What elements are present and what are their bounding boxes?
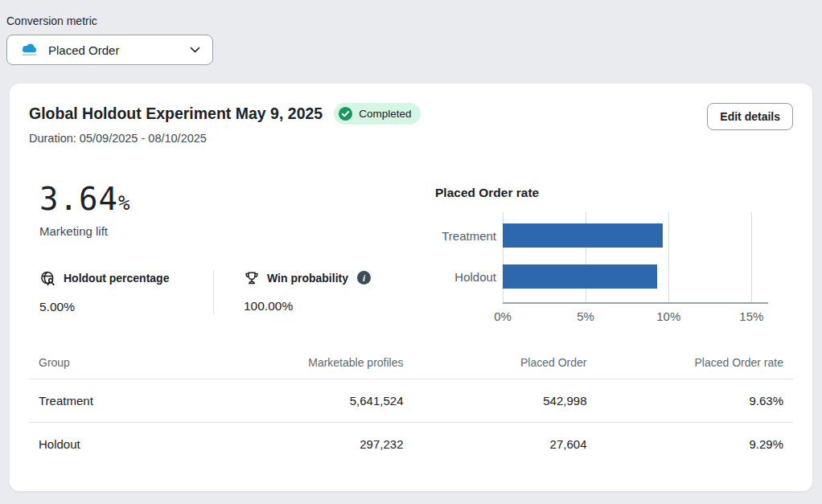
table-cell: 5,641,524 [197, 379, 404, 423]
chart-bar-holdout [503, 264, 657, 289]
header-left: Global Holdout Experiment May 9, 2025 Co… [29, 103, 421, 145]
holdout-percentage-head: Holdout percentage [39, 270, 213, 287]
holdout-percentage-label: Holdout percentage [64, 272, 169, 285]
win-probability-stat: Win probability i 100.00% [244, 270, 371, 314]
table-cell: 542,998 [404, 379, 587, 423]
trophy-icon [244, 270, 260, 286]
results-table-body: Treatment5,641,524542,9989.63%Holdout297… [29, 379, 793, 466]
table-cell: 9.63% [587, 379, 794, 423]
chart-bars [503, 212, 768, 304]
win-probability-head: Win probability i [244, 270, 371, 286]
chart-section: Placed Order rate TreatmentHoldout 0%5%1… [431, 182, 793, 326]
chart-plot [503, 212, 768, 304]
chart-plot-wrap: 0%5%10%15% [503, 212, 768, 326]
chart-category-label-treatment: Treatment [435, 223, 503, 248]
info-icon[interactable]: i [357, 271, 371, 285]
conversion-metric-dropdown[interactable]: Placed Order [6, 35, 213, 65]
win-probability-value: 100.00% [244, 299, 371, 313]
stats-divider [213, 270, 214, 314]
experiment-duration: Duration: 05/09/2025 - 08/10/2025 [29, 132, 421, 145]
table-header: Marketable profiles [197, 356, 404, 379]
marketing-lift-label: Marketing lift [39, 224, 431, 238]
table-cell: 297,232 [197, 423, 404, 466]
table-cell: Treatment [29, 379, 197, 423]
chevron-down-icon [190, 47, 200, 53]
commerce-cloud-icon [20, 43, 39, 57]
conversion-metric-label: Conversion metric [6, 14, 816, 27]
win-probability-label: Win probability [267, 272, 348, 285]
globe-person-icon [39, 270, 56, 287]
results-table-section: GroupMarketable profilesPlaced OrderPlac… [29, 356, 793, 465]
card-header: Global Holdout Experiment May 9, 2025 Co… [29, 103, 793, 145]
table-header: Placed Order rate [587, 356, 794, 379]
chart-tick-label: 0% [494, 309, 512, 323]
check-circle-icon [338, 106, 353, 121]
chart-tick-label: 15% [739, 309, 763, 323]
table-row: Holdout297,23227,6049.29% [29, 423, 793, 466]
metrics-column: 3.64 % Marketing lift [29, 182, 431, 326]
status-badge-label: Completed [359, 108, 411, 120]
table-header: Placed Order [404, 356, 587, 379]
conversion-metric-section: Conversion metric Placed Order [0, 0, 822, 65]
stats-row: Holdout percentage 5.00% [39, 270, 431, 314]
chart-title: Placed Order rate [435, 186, 793, 200]
table-cell: 27,604 [404, 423, 587, 466]
marketing-lift-value: 3.64 % [39, 182, 431, 218]
table-header: Group [29, 356, 197, 379]
bar-chart: TreatmentHoldout 0%5%10%15% [435, 212, 793, 326]
chart-ticks: 0%5%10%15% [503, 309, 768, 326]
summary-row: 3.64 % Marketing lift [29, 182, 793, 326]
conversion-metric-selected: Placed Order [48, 43, 119, 57]
table-cell: 9.29% [587, 423, 794, 466]
results-table: GroupMarketable profilesPlaced OrderPlac… [29, 356, 793, 465]
status-badge: Completed [334, 103, 421, 125]
marketing-lift-number: 3.64 [39, 182, 118, 218]
chart-tick-label: 10% [656, 309, 680, 323]
title-row: Global Holdout Experiment May 9, 2025 Co… [29, 103, 421, 125]
results-table-head-row: GroupMarketable profilesPlaced OrderPlac… [29, 356, 793, 379]
experiment-card: Global Holdout Experiment May 9, 2025 Co… [10, 84, 812, 491]
marketing-lift-unit: % [118, 192, 129, 215]
chart-bar-treatment [503, 223, 663, 248]
chart-category-label-holdout: Holdout [435, 264, 503, 289]
table-cell: Holdout [29, 423, 197, 466]
chart-labels: TreatmentHoldout [435, 212, 503, 326]
table-row: Treatment5,641,524542,9989.63% [29, 379, 793, 423]
experiment-title: Global Holdout Experiment May 9, 2025 [29, 104, 323, 123]
holdout-percentage-value: 5.00% [39, 300, 213, 314]
edit-details-button[interactable]: Edit details [707, 103, 793, 130]
chart-tick-label: 5% [577, 309, 594, 323]
holdout-percentage-stat: Holdout percentage 5.00% [39, 270, 213, 314]
